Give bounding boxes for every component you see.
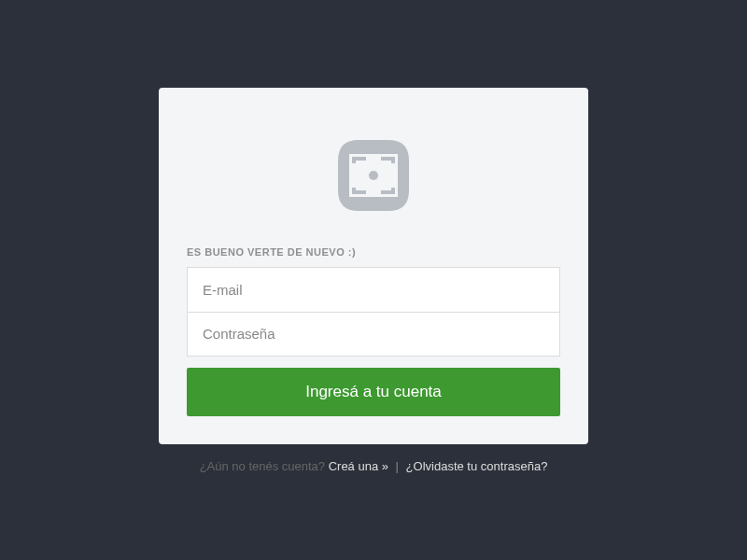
forgot-password-link[interactable]: ¿Olvidaste tu contraseña? (406, 459, 548, 473)
separator: | (392, 459, 402, 473)
welcome-text: ES BUENO VERTE DE NUEVO :) (187, 246, 356, 258)
login-card: ES BUENO VERTE DE NUEVO :) Ingresá a tu … (159, 88, 588, 444)
login-button[interactable]: Ingresá a tu cuenta (187, 368, 560, 416)
input-group (187, 267, 560, 357)
footer-links: ¿Aún no tenés cuenta? Creá una » | ¿Olvi… (200, 459, 548, 473)
logo (331, 133, 416, 218)
create-account-link[interactable]: Creá una » (329, 459, 388, 473)
camera-logo-icon (331, 133, 416, 218)
email-field[interactable] (187, 267, 560, 312)
signup-prompt: ¿Aún no tenés cuenta? (200, 459, 329, 473)
password-field[interactable] (187, 312, 560, 357)
svg-point-1 (369, 171, 378, 180)
